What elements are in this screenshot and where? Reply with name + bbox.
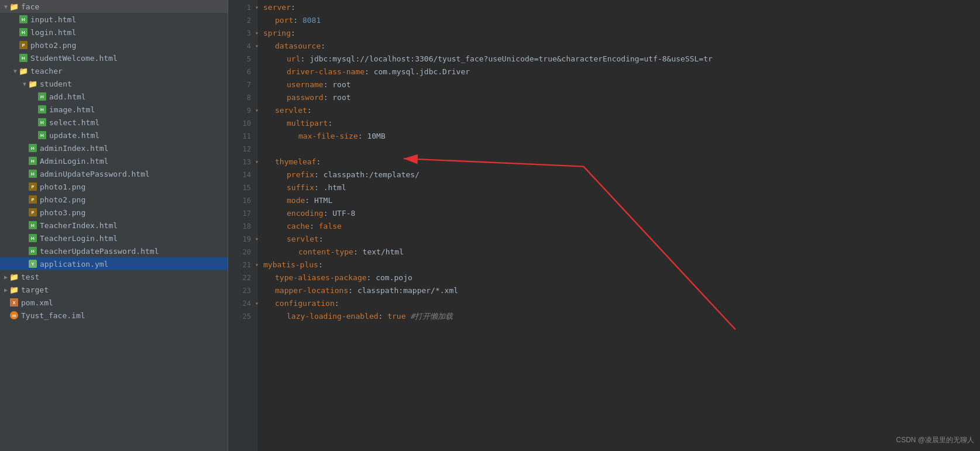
html-file-icon-login-html: H [19,27,28,37]
fold-marker-4[interactable]: ▾ [255,40,259,53]
token: max-file-size [298,130,358,143]
code-line-14: prefix: classpath:/templates/ [263,168,980,181]
token: : [324,207,328,220]
line-num-2: 2 [228,14,251,27]
sidebar-item-add-html[interactable]: Hadd.html [0,90,228,103]
token: : [353,246,358,259]
line-num-7: 7 [228,78,251,91]
sidebar-item-photo3-png[interactable]: Pphoto3.png [0,206,228,219]
sidebar-item-image-html[interactable]: Himage.html [0,103,228,116]
sidebar-item-studentwelcome-html[interactable]: HStudentWelcome.html [0,51,228,64]
png-file-icon-photo2-png2: P [28,195,37,204]
folder-arrow-test-folder: ▶ [2,274,9,280]
token: com.mysql.jdbc.Driver [374,66,470,78]
line-num-5: 5 [228,53,251,66]
fold-marker-1[interactable]: ▾ [255,1,259,14]
sidebar-label-tyust-iml: Tyust_face.iml [21,311,85,320]
token: : [324,91,328,104]
token: : [335,297,339,310]
sidebar-label-input-html: input.html [30,15,76,24]
token: com.pojo [376,271,412,284]
token: configuration [275,297,335,310]
sidebar-item-update-html[interactable]: Hupdate.html [0,129,228,142]
token: server [263,1,291,14]
sidebar-item-test-folder[interactable]: ▶📁test [0,270,228,283]
sidebar-item-input-html[interactable]: Hinput.html [0,13,228,26]
token: jdbc:mysql://localhost:3306/tyust_face?u… [310,53,713,66]
html-file-icon-teacherupdatepassword-html: H [28,246,37,256]
sidebar-item-adminlogin-html[interactable]: HAdminLogin.html [0,154,228,167]
sidebar-label-test-folder: test [21,273,39,281]
sidebar-item-login-html[interactable]: Hlogin.html [0,26,228,39]
html-file-icon-teacherindex-html: H [28,221,37,230]
html-file-icon-add-html: H [37,92,47,101]
token: .html [324,181,346,194]
line-num-18: 18 [228,220,251,233]
sidebar-item-tyust-iml[interactable]: mTyust_face.iml [0,309,228,322]
token: : [310,220,314,233]
code-line-7: username: root [263,78,980,91]
sidebar-item-teacherupdatepassword-html[interactable]: HteacherUpdatePassword.html [0,245,228,257]
code-line-20: content-type: text/html [263,246,980,259]
code-line-9: ▾servlet: [263,104,980,117]
sidebar-item-photo1-png[interactable]: Pphoto1.png [0,180,228,193]
token [369,66,374,78]
sidebar-item-application-yml[interactable]: Yapplication.yml [0,257,228,270]
code-line-11: max-file-size: 10MB [263,130,980,143]
sidebar-item-teacherindex-html[interactable]: HTeacherIndex.html [0,219,228,232]
token: HTML [314,194,332,207]
fold-marker-13[interactable]: ▾ [255,156,259,168]
line-num-14: 14 [228,168,251,181]
token: type-aliases-package [275,271,367,284]
line-num-19: 19 [228,233,251,246]
token [358,246,363,259]
fold-marker-9[interactable]: ▾ [255,104,259,117]
sidebar-item-pom-xml[interactable]: Xpom.xml [0,296,228,309]
sidebar-label-student-folder: student [40,80,72,88]
token: : [318,259,323,271]
fold-marker-21[interactable]: ▾ [255,259,259,271]
fold-marker-19[interactable]: ▾ [255,233,259,246]
token: text/html [363,246,404,259]
line-num-24: 24 [228,297,251,310]
code-line-25: lazy-loading-enabled: true #打开懒加载 [263,310,980,323]
sidebar-item-adminindex-html[interactable]: HadminIndex.html [0,142,228,154]
line-num-15: 15 [228,181,251,194]
code-line-2: port: 8081 [263,14,980,27]
sidebar-label-teacher-folder: teacher [30,67,63,75]
token: #打开懒加载 [410,310,453,323]
sidebar-item-photo2-png[interactable]: Pphoto2.png [0,39,228,51]
token: : [319,233,324,246]
sidebar-item-face-folder[interactable]: ▼📁face [0,0,228,13]
token: : [321,40,325,53]
sidebar-item-target-folder[interactable]: ▶📁target [0,283,228,296]
token: : [365,66,369,78]
sidebar-item-photo2-png2[interactable]: Pphoto2.png [0,193,228,206]
token [328,91,332,104]
html-file-icon-studentwelcome-html: H [19,53,28,63]
line-num-23: 23 [228,284,251,297]
code-editor[interactable]: 1234567891011121314151617181920212223242… [228,0,980,451]
fold-marker-3[interactable]: ▾ [255,27,259,40]
code-line-8: password: root [263,91,980,104]
token: false [319,220,342,233]
fold-marker-24[interactable]: ▾ [255,297,259,310]
sidebar-item-adminupdatepassword-html[interactable]: HadminUpdatePassword.html [0,167,228,180]
token: url [287,53,300,66]
sidebar-item-select-html[interactable]: Hselect.html [0,116,228,129]
token [328,78,332,91]
token: : [316,156,321,168]
line-num-12: 12 [228,143,251,156]
code-line-24: ▾configuration: [263,297,980,310]
token: true [387,310,405,323]
sidebar-label-application-yml: application.yml [40,260,108,268]
sidebar-label-update-html: update.html [49,131,99,140]
sidebar-label-studentwelcome-html: StudentWelcome.html [30,54,118,63]
token: password [287,91,324,104]
sidebar-item-student-folder[interactable]: ▼📁student [0,77,228,90]
token [310,194,314,207]
html-file-icon-adminlogin-html: H [28,156,37,166]
sidebar-item-teacherlogin-html[interactable]: HTeacherLogin.html [0,232,228,245]
token: 8081 [302,14,321,27]
sidebar-item-teacher-folder[interactable]: ▼📁teacher [0,64,228,77]
